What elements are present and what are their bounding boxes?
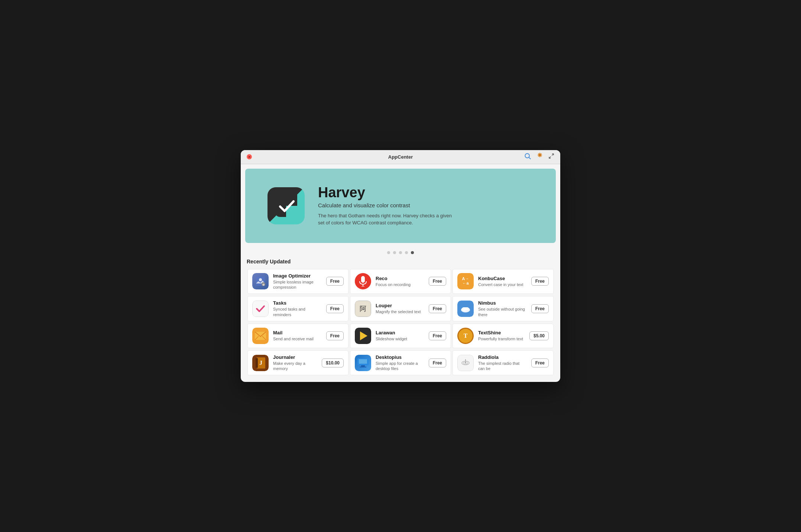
price-button[interactable]: Free <box>531 359 549 367</box>
app-list-item[interactable]: Desktopius Simple app for create a deskt… <box>350 350 451 376</box>
hero-app-name: Harvey <box>318 185 534 201</box>
app-list-item[interactable]: Larawan Slideshow widget Free <box>350 324 451 348</box>
svg-text:阿: 阿 <box>360 305 366 312</box>
price-button[interactable]: Free <box>429 304 446 313</box>
app-desc: Slideshow widget <box>376 336 424 341</box>
app-list-item[interactable]: T TextShine Powerfully transform text $5… <box>453 324 554 348</box>
hero-text-block: Harvey Calculate and visualize color con… <box>318 185 534 227</box>
svg-point-9 <box>259 278 262 281</box>
price-button[interactable]: Free <box>531 277 549 286</box>
app-list-item[interactable]: Nimbus See outside without going there F… <box>453 296 554 321</box>
svg-text:⚙: ⚙ <box>262 283 265 286</box>
expand-icon[interactable] <box>548 153 554 161</box>
svg-rect-31 <box>361 365 365 367</box>
price-button[interactable]: Free <box>326 331 344 340</box>
svg-rect-32 <box>360 367 366 367</box>
app-icon-nimbus <box>457 301 474 317</box>
app-list-item[interactable]: Raddiola The simplest radio that can be … <box>453 350 554 376</box>
app-desc: Convert case in your text <box>478 282 527 287</box>
app-info: Desktopius Simple app for create a deskt… <box>376 354 424 372</box>
app-list-item[interactable]: Tasks Synced tasks and reminders Free <box>247 296 348 321</box>
carousel-dot-1[interactable] <box>387 251 390 254</box>
app-list-item[interactable]: ⚙ Image Optimizer Simple lossless image … <box>247 269 348 294</box>
app-desc: Powerfully transform text <box>478 336 525 341</box>
svg-line-1 <box>529 157 531 159</box>
price-button[interactable]: Free <box>326 304 344 313</box>
app-name: Journaler <box>273 354 317 360</box>
app-desc: The simplest radio that can be <box>478 361 527 372</box>
app-name: Reco <box>376 276 424 281</box>
app-icon-textshine: T <box>457 328 474 344</box>
hero-banner[interactable]: Harvey Calculate and visualize color con… <box>245 169 556 243</box>
app-name: Desktopius <box>376 354 424 360</box>
svg-text:T: T <box>464 332 468 339</box>
price-button[interactable]: $5.00 <box>529 331 549 340</box>
app-name: Louper <box>376 303 424 308</box>
app-desc: Focus on recording <box>376 282 424 287</box>
app-info: Larawan Slideshow widget <box>376 330 424 341</box>
svg-rect-12 <box>361 276 365 283</box>
app-name: Larawan <box>376 330 424 335</box>
apps-grid: ⚙ Image Optimizer Simple lossless image … <box>241 268 560 382</box>
price-button[interactable]: Free <box>429 331 446 340</box>
app-list-item[interactable]: J Journaler Make every day a memory $10.… <box>247 350 348 376</box>
carousel-dot-3[interactable] <box>399 251 402 254</box>
price-button[interactable]: Free <box>326 277 344 286</box>
app-info: TextShine Powerfully transform text <box>478 330 525 341</box>
price-button[interactable]: Free <box>429 277 446 286</box>
svg-rect-27 <box>256 358 258 368</box>
section-title: Recently Updated <box>241 257 560 268</box>
hero-app-desc: The hero that Gotham needs right now. Ha… <box>318 212 459 227</box>
close-button[interactable]: ✕ <box>247 154 252 159</box>
carousel-dot-4[interactable] <box>405 251 408 254</box>
carousel-dot-2[interactable] <box>393 251 396 254</box>
svg-text:A→: A→ <box>462 276 469 281</box>
svg-point-36 <box>465 363 466 363</box>
hero-app-subtitle: Calculate and visualize color contrast <box>318 202 534 208</box>
app-info: Mail Send and receive mail <box>273 330 322 341</box>
app-info: Nimbus See outside without going there <box>478 300 527 317</box>
svg-line-4 <box>549 156 551 158</box>
app-window: ✕ AppCenter <box>241 150 560 382</box>
app-info: Louper Magnify the selected text <box>376 303 424 314</box>
app-desc: Magnify the selected text <box>376 309 424 314</box>
app-name: TextShine <box>478 330 525 335</box>
app-list-item[interactable]: A→←a KonbuCase Convert case in your text… <box>453 269 554 294</box>
svg-point-2 <box>539 154 541 156</box>
gear-icon[interactable] <box>536 152 544 162</box>
app-name: Tasks <box>273 300 322 306</box>
price-button[interactable]: Free <box>531 304 549 313</box>
app-desc: See outside without going there <box>478 306 527 317</box>
app-info: Tasks Synced tasks and reminders <box>273 300 322 317</box>
app-list-item[interactable]: Mail Send and receive mail Free <box>247 324 348 348</box>
app-info: Image Optimizer Simple lossless image co… <box>273 273 322 290</box>
app-list-item[interactable]: 阿 Louper Magnify the selected text Free <box>350 296 451 321</box>
app-icon-raddiola <box>457 355 474 371</box>
svg-text:←a: ←a <box>462 281 469 285</box>
svg-line-3 <box>552 154 554 156</box>
search-icon[interactable] <box>524 152 531 162</box>
app-name: Nimbus <box>478 300 527 306</box>
app-desc: Simple lossless image compression <box>273 279 322 290</box>
titlebar-controls: ✕ <box>247 154 252 159</box>
window-title: AppCenter <box>388 154 413 160</box>
app-desc: Send and receive mail <box>273 336 322 341</box>
price-button[interactable]: Free <box>429 359 446 367</box>
price-button[interactable]: $10.00 <box>322 359 344 367</box>
app-icon-journaler: J <box>252 355 269 371</box>
app-desc: Synced tasks and reminders <box>273 306 322 317</box>
app-name: KonbuCase <box>478 276 527 281</box>
app-desc: Simple app for create a desktop files <box>376 361 424 372</box>
app-info: Journaler Make every day a memory <box>273 354 317 372</box>
app-name: Mail <box>273 330 322 335</box>
app-list-item[interactable]: Reco Focus on recording Free <box>350 269 451 294</box>
app-info: Raddiola The simplest radio that can be <box>478 354 527 372</box>
carousel-dot-5[interactable] <box>411 251 414 254</box>
app-icon-reco <box>355 273 371 289</box>
svg-rect-30 <box>359 359 367 364</box>
svg-point-21 <box>465 307 469 310</box>
app-info: Reco Focus on recording <box>376 276 424 287</box>
svg-text:J: J <box>259 360 262 366</box>
titlebar: ✕ AppCenter <box>241 150 560 164</box>
app-icon-mail <box>252 328 269 344</box>
